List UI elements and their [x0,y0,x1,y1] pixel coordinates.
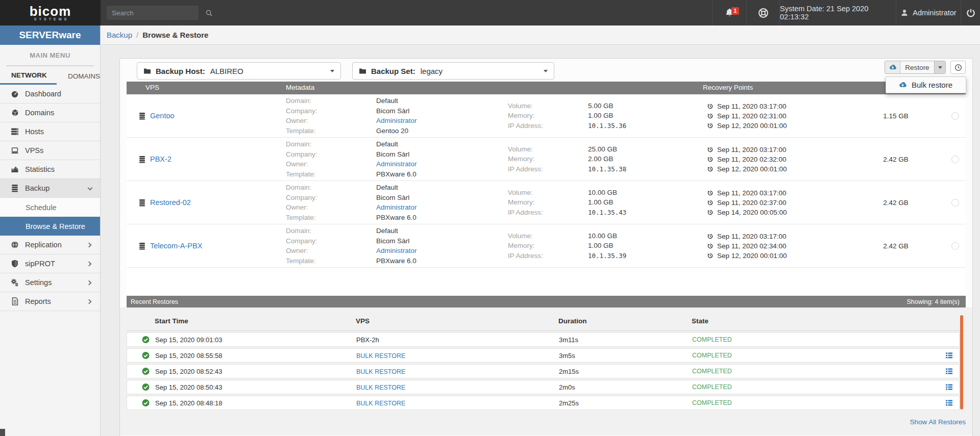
sidebar-item-settings[interactable]: Settings [0,273,100,292]
vps-name-link[interactable]: Restored-02 [150,198,191,207]
scrollbar-thumb[interactable] [0,429,5,436]
label-domain: Domain: [286,183,368,193]
recovery-point[interactable]: Sep 12, 2020 00:01:00 [707,165,847,173]
metadata-labels: Domain: Company: Owner: Template: [278,226,368,266]
select-radio[interactable] [951,199,959,207]
user-name: Administrator [913,9,956,17]
recovery-point[interactable]: Sep 11, 2020 02:34:00 [707,242,847,250]
select-radio[interactable] [951,242,959,250]
gears-icon [10,278,19,287]
resource-values: 5.00 GB 1.00 GB 10.1.35.36 [582,101,699,131]
recovery-point[interactable]: Sep 11, 2020 03:17:00 [707,146,847,153]
help-button[interactable] [746,0,779,25]
sidebar-item-hosts[interactable]: Hosts [0,122,100,141]
sidebar-item-schedule[interactable]: Schedule [0,198,100,217]
owner-link[interactable]: Administrator [376,203,417,211]
label-owner: Owner: [286,246,368,256]
value-ip-address: 10.1.35.43 [588,208,699,218]
recovery-point[interactable]: Sep 12, 2020 00:01:00 [707,252,847,260]
sidebar-item-statistics[interactable]: Statistics [0,160,100,179]
sidebar-item-browse-restore[interactable]: Browse & Restore [0,217,100,236]
details-list-icon[interactable] [945,352,953,359]
notifications-button[interactable]: 1 [712,0,746,25]
details-list-icon[interactable] [945,384,953,391]
recovery-point[interactable]: Sep 11, 2020 03:17:00 [707,189,847,197]
recovery-point[interactable]: Sep 11, 2020 02:32:00 [707,156,847,163]
recovery-point[interactable]: Sep 12, 2020 00:01:00 [707,122,847,130]
bulk-restore-link[interactable]: BULK RESTORE [356,400,405,407]
backup-set-select[interactable]: Backup Set: legacy [352,62,554,80]
label-volume: Volume: [508,188,582,198]
backup-size: 2.42 GB [847,242,944,250]
restore-button-icon-segment[interactable] [885,61,900,73]
show-all-restores-link[interactable]: Show All Restores [910,418,966,426]
recovery-point[interactable]: Sep 11, 2020 02:37:00 [707,199,847,207]
bulk-restore-link[interactable]: BULK RESTORE [356,368,405,375]
recent-list-scrollbar[interactable] [960,315,963,409]
owner-link[interactable]: Administrator [376,160,417,168]
sidebar-item-dashboard[interactable]: Dashboard [0,85,100,104]
column-header-duration: Duration [558,317,587,325]
chevron-right-icon [87,261,92,266]
select-radio[interactable] [951,112,959,120]
search-icon[interactable] [205,9,217,17]
bulk-restore-link[interactable]: BULK RESTORE [356,352,405,360]
tab-network[interactable]: NETWORK [0,67,57,85]
breadcrumb-backup-link[interactable]: Backup [107,31,132,39]
sidebar-item-label: Schedule [26,203,56,212]
history-icon [707,146,714,153]
recovery-point-timestamp: Sep 11, 2020 02:34:00 [717,242,787,250]
tab-domains[interactable]: DOMAINS [57,67,100,85]
vps-table-row: Telecom-A-PBX Domain: Company: Owner: Te… [127,224,966,268]
bulk-restore-link[interactable]: BULK RESTORE [356,384,405,391]
user-menu[interactable]: Administrator [896,0,961,25]
metadata-labels: Domain: Company: Owner: Template: [278,96,368,136]
logo: bicom SYSTEMS [0,0,101,25]
chevron-right-icon [87,299,92,304]
database-icon [10,184,19,192]
recent-restore-row: Sep 15, 2020 08:52:43 BULK RESTORE BULK … [127,364,960,378]
vps-name-link[interactable]: Telecom-A-PBX [150,242,202,250]
search-input[interactable] [107,9,205,17]
bulk-restore-menu-item[interactable]: Bulk restore [912,81,952,89]
sidebar-item-sipprot[interactable]: sipPROT [0,254,100,273]
restore-button[interactable]: Restore [900,61,934,73]
backup-size: 1.15 GB [847,112,944,120]
owner-link[interactable]: Administrator [376,247,417,254]
recovery-point[interactable]: Sep 11, 2020 02:31:00 [707,112,847,120]
restore-dropdown-toggle[interactable] [934,61,945,73]
details-list-icon[interactable] [945,400,953,406]
backup-host-select[interactable]: Backup Host: ALBIREO [137,62,341,80]
history-icon [707,252,714,259]
recovery-point[interactable]: Sep 11, 2020 03:17:00 [707,233,847,240]
vps-name-text: PBX-2h [356,336,379,344]
sidebar-item-replication[interactable]: Replication [0,236,100,254]
sidebar-item-vpss[interactable]: VPSs [0,141,100,160]
label-owner: Owner: [286,159,368,169]
sidebar-item-reports[interactable]: Reports [0,292,100,311]
resource-values: 25.00 GB 2.00 GB 10.1.35.38 [582,144,699,174]
backup-host-label: Backup Host: [156,67,205,75]
owner-link[interactable]: Administrator [376,117,417,124]
document-icon [10,297,19,305]
value-volume: 10.00 GB [588,231,699,241]
value-domain: Default [376,139,503,149]
details-list-icon[interactable] [945,368,953,375]
vps-name-link[interactable]: Gentoo [150,112,175,120]
power-button[interactable] [961,0,980,25]
select-radio[interactable] [951,156,959,163]
label-template: Template: [286,256,368,266]
vps-name-link[interactable]: PBX-2 [150,155,172,163]
value-memory: 1.00 GB [588,241,699,251]
label-domain: Domain: [286,139,368,149]
recovery-point[interactable]: Sep 14, 2020 00:05:00 [707,209,847,216]
backup-host-value: ALBIREO [210,67,243,75]
restore-split-button: Restore [885,61,946,74]
recovery-points-cell: Sep 11, 2020 03:17:00 Sep 11, 2020 02:34… [699,233,847,260]
sidebar-item-backup[interactable]: Backup [0,179,100,198]
sidebar-item-domains[interactable]: Domains [0,104,100,122]
schedule-restore-button[interactable] [950,61,966,74]
folder-icon [143,68,151,74]
check-circle-icon [142,368,150,375]
recovery-point[interactable]: Sep 11, 2020 03:17:00 [707,102,847,110]
